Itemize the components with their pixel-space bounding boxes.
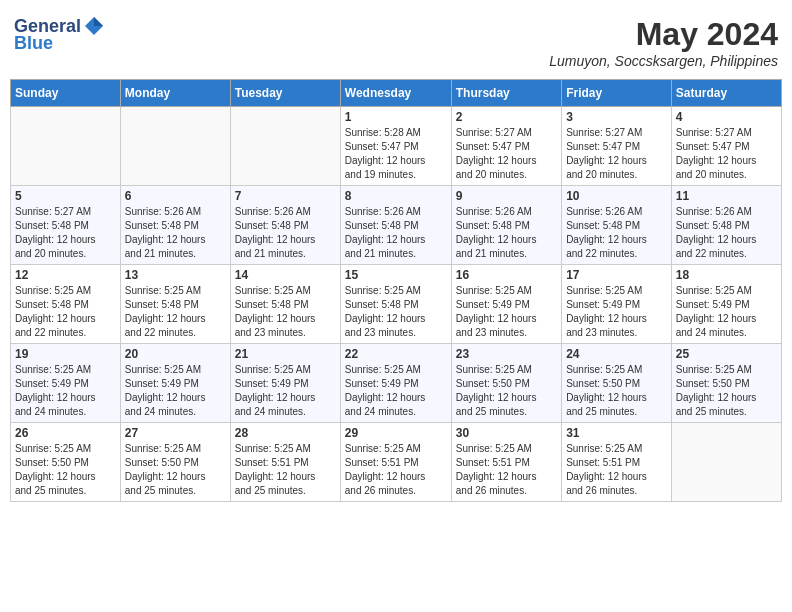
day-info: Sunrise: 5:25 AM Sunset: 5:50 PM Dayligh… [456, 363, 557, 419]
day-number: 10 [566, 189, 667, 203]
day-number: 16 [456, 268, 557, 282]
calendar-cell: 11Sunrise: 5:26 AM Sunset: 5:48 PM Dayli… [671, 186, 781, 265]
calendar-cell: 28Sunrise: 5:25 AM Sunset: 5:51 PM Dayli… [230, 423, 340, 502]
day-info: Sunrise: 5:25 AM Sunset: 5:49 PM Dayligh… [235, 363, 336, 419]
weekday-header-row: SundayMondayTuesdayWednesdayThursdayFrid… [11, 80, 782, 107]
weekday-header-thursday: Thursday [451, 80, 561, 107]
calendar-cell: 12Sunrise: 5:25 AM Sunset: 5:48 PM Dayli… [11, 265, 121, 344]
logo-blue: Blue [14, 33, 53, 54]
day-info: Sunrise: 5:25 AM Sunset: 5:48 PM Dayligh… [235, 284, 336, 340]
day-info: Sunrise: 5:26 AM Sunset: 5:48 PM Dayligh… [456, 205, 557, 261]
day-number: 1 [345, 110, 447, 124]
day-number: 18 [676, 268, 777, 282]
calendar-cell: 30Sunrise: 5:25 AM Sunset: 5:51 PM Dayli… [451, 423, 561, 502]
day-info: Sunrise: 5:25 AM Sunset: 5:49 PM Dayligh… [125, 363, 226, 419]
day-number: 4 [676, 110, 777, 124]
calendar-cell: 7Sunrise: 5:26 AM Sunset: 5:48 PM Daylig… [230, 186, 340, 265]
day-info: Sunrise: 5:25 AM Sunset: 5:51 PM Dayligh… [456, 442, 557, 498]
calendar-cell: 22Sunrise: 5:25 AM Sunset: 5:49 PM Dayli… [340, 344, 451, 423]
day-number: 28 [235, 426, 336, 440]
weekday-header-friday: Friday [562, 80, 672, 107]
day-number: 20 [125, 347, 226, 361]
calendar-title: May 2024 [549, 16, 778, 53]
day-number: 22 [345, 347, 447, 361]
day-info: Sunrise: 5:25 AM Sunset: 5:48 PM Dayligh… [15, 284, 116, 340]
weekday-header-tuesday: Tuesday [230, 80, 340, 107]
calendar-cell [671, 423, 781, 502]
svg-marker-1 [94, 17, 103, 26]
calendar-cell: 24Sunrise: 5:25 AM Sunset: 5:50 PM Dayli… [562, 344, 672, 423]
calendar-cell: 25Sunrise: 5:25 AM Sunset: 5:50 PM Dayli… [671, 344, 781, 423]
day-info: Sunrise: 5:25 AM Sunset: 5:49 PM Dayligh… [566, 284, 667, 340]
day-info: Sunrise: 5:28 AM Sunset: 5:47 PM Dayligh… [345, 126, 447, 182]
logo: General Blue [14, 16, 105, 54]
calendar-cell: 3Sunrise: 5:27 AM Sunset: 5:47 PM Daylig… [562, 107, 672, 186]
day-info: Sunrise: 5:26 AM Sunset: 5:48 PM Dayligh… [345, 205, 447, 261]
calendar-cell: 2Sunrise: 5:27 AM Sunset: 5:47 PM Daylig… [451, 107, 561, 186]
day-number: 17 [566, 268, 667, 282]
weekday-header-wednesday: Wednesday [340, 80, 451, 107]
calendar-cell: 1Sunrise: 5:28 AM Sunset: 5:47 PM Daylig… [340, 107, 451, 186]
day-number: 26 [15, 426, 116, 440]
calendar-cell: 21Sunrise: 5:25 AM Sunset: 5:49 PM Dayli… [230, 344, 340, 423]
day-number: 21 [235, 347, 336, 361]
day-info: Sunrise: 5:26 AM Sunset: 5:48 PM Dayligh… [676, 205, 777, 261]
day-number: 14 [235, 268, 336, 282]
day-info: Sunrise: 5:25 AM Sunset: 5:48 PM Dayligh… [125, 284, 226, 340]
day-info: Sunrise: 5:26 AM Sunset: 5:48 PM Dayligh… [235, 205, 336, 261]
day-number: 2 [456, 110, 557, 124]
day-number: 23 [456, 347, 557, 361]
calendar-cell [11, 107, 121, 186]
day-info: Sunrise: 5:25 AM Sunset: 5:50 PM Dayligh… [125, 442, 226, 498]
calendar-cell: 9Sunrise: 5:26 AM Sunset: 5:48 PM Daylig… [451, 186, 561, 265]
calendar-cell: 15Sunrise: 5:25 AM Sunset: 5:48 PM Dayli… [340, 265, 451, 344]
calendar-cell: 4Sunrise: 5:27 AM Sunset: 5:47 PM Daylig… [671, 107, 781, 186]
logo-icon [83, 15, 105, 37]
calendar-cell: 10Sunrise: 5:26 AM Sunset: 5:48 PM Dayli… [562, 186, 672, 265]
day-info: Sunrise: 5:25 AM Sunset: 5:51 PM Dayligh… [235, 442, 336, 498]
day-number: 29 [345, 426, 447, 440]
day-number: 15 [345, 268, 447, 282]
day-number: 11 [676, 189, 777, 203]
day-number: 24 [566, 347, 667, 361]
day-number: 13 [125, 268, 226, 282]
day-info: Sunrise: 5:25 AM Sunset: 5:49 PM Dayligh… [456, 284, 557, 340]
calendar-cell: 23Sunrise: 5:25 AM Sunset: 5:50 PM Dayli… [451, 344, 561, 423]
header: General Blue May 2024 Lumuyon, Soccsksar… [10, 10, 782, 75]
day-info: Sunrise: 5:25 AM Sunset: 5:49 PM Dayligh… [676, 284, 777, 340]
day-number: 7 [235, 189, 336, 203]
day-info: Sunrise: 5:27 AM Sunset: 5:47 PM Dayligh… [456, 126, 557, 182]
calendar-cell: 18Sunrise: 5:25 AM Sunset: 5:49 PM Dayli… [671, 265, 781, 344]
day-number: 30 [456, 426, 557, 440]
calendar-week-row: 19Sunrise: 5:25 AM Sunset: 5:49 PM Dayli… [11, 344, 782, 423]
day-info: Sunrise: 5:25 AM Sunset: 5:49 PM Dayligh… [345, 363, 447, 419]
calendar-week-row: 5Sunrise: 5:27 AM Sunset: 5:48 PM Daylig… [11, 186, 782, 265]
day-number: 3 [566, 110, 667, 124]
day-info: Sunrise: 5:25 AM Sunset: 5:50 PM Dayligh… [566, 363, 667, 419]
day-number: 6 [125, 189, 226, 203]
day-info: Sunrise: 5:25 AM Sunset: 5:51 PM Dayligh… [345, 442, 447, 498]
calendar-table: SundayMondayTuesdayWednesdayThursdayFrid… [10, 79, 782, 502]
weekday-header-saturday: Saturday [671, 80, 781, 107]
calendar-cell: 27Sunrise: 5:25 AM Sunset: 5:50 PM Dayli… [120, 423, 230, 502]
day-number: 19 [15, 347, 116, 361]
day-info: Sunrise: 5:25 AM Sunset: 5:50 PM Dayligh… [676, 363, 777, 419]
title-area: May 2024 Lumuyon, Soccsksargen, Philippi… [549, 16, 778, 69]
day-info: Sunrise: 5:26 AM Sunset: 5:48 PM Dayligh… [125, 205, 226, 261]
calendar-cell: 31Sunrise: 5:25 AM Sunset: 5:51 PM Dayli… [562, 423, 672, 502]
calendar-cell: 13Sunrise: 5:25 AM Sunset: 5:48 PM Dayli… [120, 265, 230, 344]
day-number: 5 [15, 189, 116, 203]
calendar-week-row: 12Sunrise: 5:25 AM Sunset: 5:48 PM Dayli… [11, 265, 782, 344]
calendar-cell: 19Sunrise: 5:25 AM Sunset: 5:49 PM Dayli… [11, 344, 121, 423]
day-info: Sunrise: 5:27 AM Sunset: 5:47 PM Dayligh… [676, 126, 777, 182]
day-number: 27 [125, 426, 226, 440]
calendar-cell: 16Sunrise: 5:25 AM Sunset: 5:49 PM Dayli… [451, 265, 561, 344]
calendar-cell: 8Sunrise: 5:26 AM Sunset: 5:48 PM Daylig… [340, 186, 451, 265]
day-info: Sunrise: 5:25 AM Sunset: 5:50 PM Dayligh… [15, 442, 116, 498]
calendar-cell [230, 107, 340, 186]
calendar-week-row: 26Sunrise: 5:25 AM Sunset: 5:50 PM Dayli… [11, 423, 782, 502]
day-number: 31 [566, 426, 667, 440]
day-info: Sunrise: 5:27 AM Sunset: 5:47 PM Dayligh… [566, 126, 667, 182]
day-info: Sunrise: 5:25 AM Sunset: 5:49 PM Dayligh… [15, 363, 116, 419]
day-number: 9 [456, 189, 557, 203]
